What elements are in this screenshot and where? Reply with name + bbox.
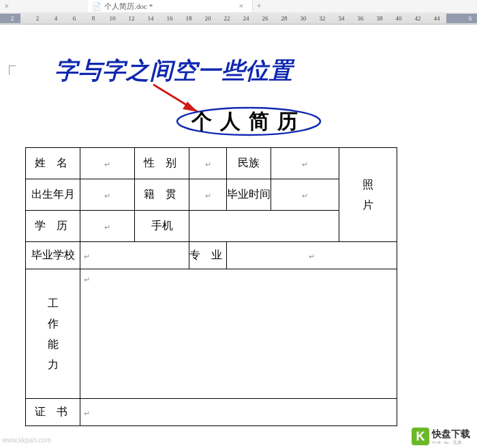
cell-birth-value[interactable]: ↵ (80, 179, 135, 211)
label-birth: 出生年月 (26, 179, 80, 211)
label-work-ability: 工 作 能 力 (26, 269, 80, 399)
cell-origin-value[interactable]: ↵ (189, 179, 227, 211)
logo-text: 快盘下载 (432, 428, 470, 440)
table-row: 证 书 ↵ (26, 399, 397, 426)
ruler-tick: 2 (31, 15, 44, 22)
cell-phone-value[interactable] (189, 211, 339, 242)
ruler-tick: 28 (277, 15, 291, 22)
ruler-tick: 16 (163, 15, 176, 22)
cell-gradtime-value[interactable]: ↵ (271, 179, 339, 211)
table-row: 姓 名 ↵ 性 别 ↵ 民族 ↵ 照 片 (26, 148, 397, 179)
ruler-tick: 30 (296, 15, 310, 22)
ruler-tick: 8 (87, 15, 100, 22)
brand-logo: K 快盘下载 V=8 · #a · 无水 (412, 428, 470, 445)
ruler-tick: 20 (201, 15, 215, 22)
ruler-tick: 4 (49, 15, 63, 22)
cell-ethnic-value[interactable]: ↵ (271, 148, 339, 179)
tab-close-icon[interactable]: × (234, 1, 247, 12)
photo-label-2: 片 (363, 200, 373, 211)
tab-bar: × 📄 个人简历.doc * × + (0, 0, 477, 12)
label-cert: 证 书 (26, 399, 80, 426)
label-ethnic: 民族 (227, 148, 271, 179)
label-major: 专 业 (189, 242, 227, 269)
cell-gender-value[interactable]: ↵ (189, 148, 227, 179)
document-title: 个人简历 (191, 108, 306, 136)
ruler-tick: 14 (144, 15, 157, 22)
ruler-tick: 34 (335, 15, 348, 22)
cell-name-value[interactable]: ↵ (80, 148, 135, 179)
new-tab-button[interactable]: + (253, 1, 266, 12)
label-origin: 籍 贯 (135, 179, 189, 211)
cell-major-value[interactable]: ↵ (227, 242, 397, 269)
ruler-tick: 40 (392, 15, 405, 22)
logo-subtext: V=8 · #a · 无水 (432, 440, 470, 445)
table-row: 工 作 能 力 ↵ (26, 269, 397, 399)
horizontal-ruler[interactable]: 2 2 4 6 8 10 12 14 16 18 20 22 24 26 28 … (0, 12, 477, 25)
watermark-text: www.kkpan.com (2, 436, 51, 444)
cell-edu-value[interactable]: ↵ (80, 211, 135, 242)
ruler-tick: 32 (316, 15, 329, 22)
ruler-tick: 42 (411, 15, 425, 22)
ruler-tick: 26 (258, 15, 272, 22)
logo-icon: K (412, 428, 429, 445)
ruler-tick: 2 (5, 15, 19, 22)
ruler-tick: 24 (239, 15, 253, 22)
ruler-tick: 10 (106, 15, 119, 22)
resume-table: 姓 名 ↵ 性 别 ↵ 民族 ↵ 照 片 出生年月 ↵ 籍 贯 ↵ 毕业时间 ↵… (25, 147, 397, 426)
ruler-tick: 44 (430, 15, 444, 22)
document-title-wrap: 个人简历 (174, 106, 324, 137)
label-edu: 学 历 (26, 211, 80, 242)
label-school: 毕业学校 (26, 242, 80, 269)
tab-title: 个人简历.doc * (104, 1, 153, 12)
table-row: 毕业学校 ↵ 专 业 ↵ (26, 242, 397, 269)
photo-label-1: 照 (363, 179, 373, 190)
document-tab[interactable]: 📄 个人简历.doc * × (88, 0, 252, 12)
ruler-tick: 38 (373, 15, 386, 22)
label-gradtime: 毕业时间 (227, 179, 271, 211)
page-corner-mark (9, 65, 16, 75)
label-phone: 手机 (135, 211, 189, 242)
ruler-tick: 36 (354, 15, 367, 22)
ruler-tick: 6 (67, 15, 81, 22)
cell-photo[interactable]: 照 片 (339, 148, 397, 242)
doc-icon: 📄 (92, 2, 102, 11)
ruler-tick: 12 (125, 15, 138, 22)
label-gender: 性 别 (135, 148, 189, 179)
cell-school-value[interactable]: ↵ (80, 242, 189, 269)
ruler-tick: 22 (220, 15, 234, 22)
document-page[interactable]: 字与字之间空一些位置 个人简历 姓 名 ↵ 性 别 ↵ 民族 ↵ 照 片 出生年… (0, 25, 477, 448)
ruler-tick: 6 (463, 15, 477, 22)
label-name: 姓 名 (26, 148, 80, 179)
cell-cert-value[interactable]: ↵ (80, 399, 397, 426)
prev-tab-close[interactable]: × (0, 1, 13, 12)
cell-work-ability-value[interactable]: ↵ (80, 269, 397, 399)
ruler-tick: 18 (182, 15, 196, 22)
